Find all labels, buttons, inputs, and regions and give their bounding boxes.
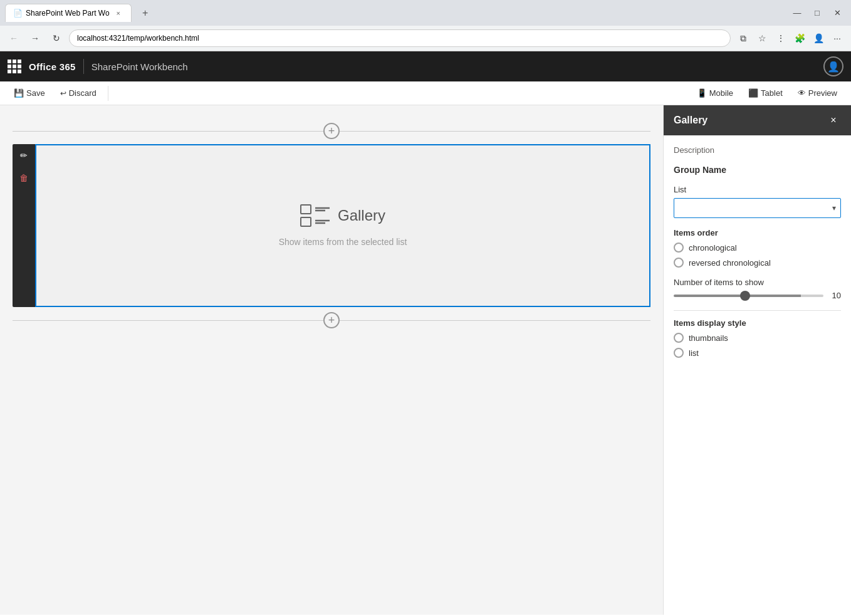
items-display-radio-group: thumbnails list <box>674 333 841 358</box>
canvas-area: + ✏ 🗑 <box>0 105 663 615</box>
new-tab-button[interactable]: + <box>137 4 154 22</box>
minimize-button[interactable]: — <box>788 4 806 22</box>
app-divider <box>83 59 84 74</box>
list-label: List <box>674 185 841 194</box>
order-reversed-item[interactable]: reversed chronological <box>674 258 841 268</box>
order-chronological-label: chronological <box>689 243 737 253</box>
add-zone-line-right <box>340 131 650 132</box>
add-zone-line-left <box>13 131 323 132</box>
delete-icon: 🗑 <box>19 173 28 183</box>
discard-label: Discard <box>69 88 97 98</box>
svg-rect-1 <box>301 217 311 226</box>
save-icon: 💾 <box>14 88 24 98</box>
app-name: Office 365 <box>29 61 76 72</box>
group-name-label: Group Name <box>674 165 841 175</box>
gallery-icon: Gallery <box>300 204 385 227</box>
slider-row: 10 <box>674 291 841 300</box>
url-input[interactable] <box>69 29 731 47</box>
tablet-button[interactable]: ⬛ Tablet <box>742 85 789 101</box>
toolbar-separator <box>108 86 108 101</box>
items-order-label: Items order <box>674 228 841 238</box>
svg-rect-0 <box>301 205 311 214</box>
save-label: Save <box>26 88 45 98</box>
forward-button[interactable]: → <box>26 29 44 47</box>
display-thumbnails-item[interactable]: thumbnails <box>674 333 841 343</box>
side-panel-body: Description Group Name List ▾ Items orde… <box>664 135 851 615</box>
side-panel-close-button[interactable]: × <box>826 113 841 128</box>
tab-close-button[interactable]: × <box>113 8 123 18</box>
gallery-icon-svg <box>300 204 330 227</box>
display-list-label: list <box>689 348 699 358</box>
mobile-icon: 📱 <box>697 88 707 98</box>
discard-icon: ↩ <box>60 89 66 98</box>
order-reversed-label: reversed chronological <box>689 258 771 268</box>
more-button[interactable]: ··· <box>828 29 846 47</box>
gallery-subtitle: Show items from the selected list <box>279 237 407 247</box>
items-display-label: Items display style <box>674 318 841 328</box>
add-zone-line-right-bottom <box>340 320 650 321</box>
order-chronological-item[interactable]: chronological <box>674 243 841 253</box>
number-of-items-label: Number of items to show <box>674 278 841 287</box>
slider-value: 10 <box>828 291 841 300</box>
add-zone-button-bottom[interactable]: + <box>323 312 340 328</box>
toolbar-right: 📱 Mobile ⬛ Tablet 👁 Preview <box>691 85 843 101</box>
tab-strip-button[interactable]: ⧉ <box>734 29 752 47</box>
webpart-toolbar: ✏ 🗑 <box>13 144 35 307</box>
display-list-radio[interactable] <box>674 348 684 358</box>
toolbar: 💾 Save ↩ Discard 📱 Mobile ⬛ Tablet 👁 Pre… <box>0 81 851 105</box>
list-select-wrapper: ▾ <box>674 198 841 218</box>
preview-label: Preview <box>808 88 837 98</box>
browser-chrome: 📄 SharePoint Web Part Wo × + — □ ✕ ← → ↻… <box>0 0 851 51</box>
extensions-button[interactable]: 🧩 <box>791 29 808 47</box>
top-add-zone: + <box>13 123 650 139</box>
mobile-button[interactable]: 📱 Mobile <box>691 85 739 101</box>
side-panel-title: Gallery <box>674 115 707 126</box>
side-panel-header: Gallery × <box>664 105 851 135</box>
back-button[interactable]: ← <box>5 29 23 47</box>
list-select[interactable] <box>674 198 841 218</box>
preview-icon: 👁 <box>798 88 806 98</box>
display-thumbnails-label: thumbnails <box>689 333 728 343</box>
main-layout: + ✏ 🗑 <box>0 105 851 615</box>
order-chronological-radio[interactable] <box>674 243 684 253</box>
browser-actions: ⧉ ☆ ⋮ 🧩 👤 ··· <box>734 29 846 47</box>
maximize-button[interactable]: □ <box>808 4 826 22</box>
display-thumbnails-radio[interactable] <box>674 333 684 343</box>
save-button[interactable]: 💾 Save <box>8 85 51 101</box>
app-grid-icon[interactable] <box>8 60 21 73</box>
discard-button[interactable]: ↩ Discard <box>54 85 103 101</box>
gallery-title: Gallery <box>338 207 385 224</box>
side-panel: Gallery × Description Group Name List ▾ … <box>663 105 851 615</box>
address-bar: ← → ↻ ⧉ ☆ ⋮ 🧩 👤 ··· <box>0 26 851 51</box>
tablet-icon: ⬛ <box>748 88 758 98</box>
webpart-block: ✏ 🗑 <box>13 144 650 307</box>
slider-section: 10 <box>674 291 841 300</box>
browser-titlebar: 📄 SharePoint Web Part Wo × + — □ ✕ <box>0 0 851 26</box>
app-workbench-title: SharePoint Workbench <box>91 61 188 72</box>
add-zone-button-top[interactable]: + <box>323 123 340 139</box>
tablet-label: Tablet <box>761 88 783 98</box>
panel-divider <box>674 310 841 311</box>
items-count-slider[interactable] <box>674 295 823 297</box>
menu-button[interactable]: ⋮ <box>772 29 790 47</box>
webpart-delete-button[interactable]: 🗑 <box>13 167 35 189</box>
mobile-label: Mobile <box>709 88 733 98</box>
items-order-radio-group: chronological reversed chronological <box>674 243 841 268</box>
bookmark-button[interactable]: ☆ <box>753 29 771 47</box>
reload-button[interactable]: ↻ <box>48 29 65 47</box>
edit-icon: ✏ <box>20 150 28 160</box>
tab-title: SharePoint Web Part Wo <box>26 9 110 18</box>
preview-button[interactable]: 👁 Preview <box>791 85 843 101</box>
description-label: Description <box>674 145 841 155</box>
display-list-item[interactable]: list <box>674 348 841 358</box>
browser-tab[interactable]: 📄 SharePoint Web Part Wo × <box>5 4 132 22</box>
webpart-edit-button[interactable]: ✏ <box>13 144 35 167</box>
tab-favicon: 📄 <box>13 9 22 18</box>
order-reversed-radio[interactable] <box>674 258 684 268</box>
close-window-button[interactable]: ✕ <box>828 4 846 22</box>
webpart-content: Gallery Show items from the selected lis… <box>35 144 650 307</box>
user-avatar[interactable]: 👤 <box>823 56 843 76</box>
profile-button[interactable]: 👤 <box>810 29 827 47</box>
app-header: Office 365 SharePoint Workbench 👤 <box>0 51 851 81</box>
bottom-add-zone: + <box>13 312 650 328</box>
